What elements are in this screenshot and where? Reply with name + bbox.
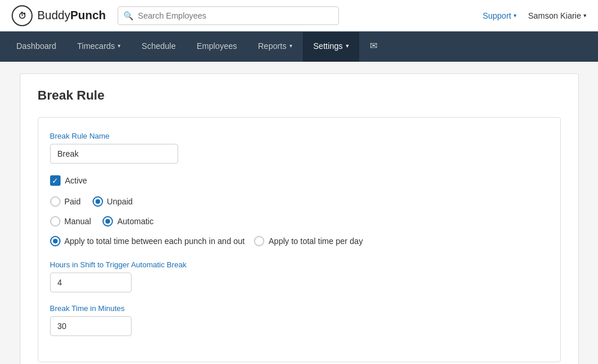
logo-text: BuddyPunch	[37, 9, 106, 22]
support-link[interactable]: Support ▾	[483, 11, 516, 20]
unpaid-option[interactable]: Unpaid	[93, 196, 133, 207]
mail-icon: ✉	[370, 40, 377, 51]
nav-item-employees[interactable]: Employees	[186, 32, 247, 62]
manual-option[interactable]: Manual	[50, 216, 91, 227]
top-right: Support ▾ Samson Kiarie ▾	[483, 11, 586, 20]
active-checkbox-row: ✓ Active	[50, 175, 549, 186]
settings-chevron-icon: ▾	[346, 43, 349, 49]
nav-item-mail[interactable]: ✉	[359, 31, 388, 62]
page-title: Break Rule	[38, 88, 561, 103]
checkmark-icon: ✓	[52, 177, 58, 185]
nav-bar: Dashboard Timecards ▾ Schedule Employees…	[0, 31, 598, 62]
search-input[interactable]	[118, 6, 339, 25]
apply-day-radio[interactable]	[254, 236, 264, 246]
nav-item-reports[interactable]: Reports ▾	[247, 32, 303, 62]
apply-row: Apply to total time between each punch i…	[50, 236, 549, 246]
nav-item-dashboard[interactable]: Dashboard	[6, 32, 67, 62]
paid-radio[interactable]	[50, 196, 61, 207]
manual-label: Manual	[65, 217, 91, 226]
active-label: Active	[65, 176, 87, 185]
unpaid-radio[interactable]	[93, 196, 103, 207]
hours-trigger-group: Hours in Shift to Trigger Automatic Brea…	[50, 260, 549, 292]
break-time-input[interactable]	[50, 316, 132, 336]
user-chevron-icon: ▾	[583, 12, 586, 19]
nav-item-timecards[interactable]: Timecards ▾	[67, 32, 132, 62]
apply-punch-radio[interactable]	[50, 236, 61, 246]
break-rule-name-label: Break Rule Name	[50, 132, 549, 140]
paid-option[interactable]: Paid	[50, 196, 81, 207]
page-card: Break Rule Break Rule Name ✓ Active Paid	[20, 73, 579, 364]
manual-radio[interactable]	[50, 216, 61, 227]
automatic-radio[interactable]	[102, 216, 113, 227]
unpaid-label: Unpaid	[107, 197, 133, 206]
search-icon: 🔍	[123, 11, 133, 20]
hours-trigger-input[interactable]	[50, 273, 132, 292]
top-bar: ⏱ BuddyPunch 🔍 Support ▾ Samson Kiarie ▾	[0, 0, 598, 31]
break-rule-name-group: Break Rule Name	[50, 132, 549, 164]
active-checkbox[interactable]: ✓	[50, 175, 61, 186]
nav-item-schedule[interactable]: Schedule	[131, 32, 186, 62]
break-time-label: Break Time in Minutes	[50, 304, 549, 313]
search-bar: 🔍	[118, 6, 339, 25]
apply-day-label: Apply to total time per day	[268, 236, 363, 246]
apply-punch-option[interactable]: Apply to total time between each punch i…	[50, 236, 245, 246]
apply-day-option[interactable]: Apply to total time per day	[254, 236, 363, 246]
logo-icon: ⏱	[12, 5, 33, 26]
form-section: Break Rule Name ✓ Active Paid Unpaid	[38, 117, 561, 362]
paid-unpaid-row: Paid Unpaid	[50, 196, 549, 207]
break-rule-name-input[interactable]	[50, 144, 178, 164]
logo: ⏱ BuddyPunch	[12, 5, 106, 26]
user-menu[interactable]: Samson Kiarie ▾	[528, 11, 586, 20]
automatic-label: Automatic	[117, 217, 153, 226]
automatic-option[interactable]: Automatic	[102, 216, 153, 227]
break-time-group: Break Time in Minutes	[50, 304, 549, 336]
support-chevron-icon: ▾	[514, 12, 516, 19]
main-content: Break Rule Break Rule Name ✓ Active Paid	[8, 62, 590, 364]
reports-chevron-icon: ▾	[289, 43, 292, 49]
paid-label: Paid	[65, 197, 81, 206]
hours-trigger-label: Hours in Shift to Trigger Automatic Brea…	[50, 260, 549, 269]
manual-automatic-row: Manual Automatic	[50, 216, 549, 227]
timecards-chevron-icon: ▾	[118, 43, 121, 49]
apply-punch-label: Apply to total time between each punch i…	[65, 236, 245, 246]
nav-item-settings[interactable]: Settings ▾	[303, 32, 359, 62]
